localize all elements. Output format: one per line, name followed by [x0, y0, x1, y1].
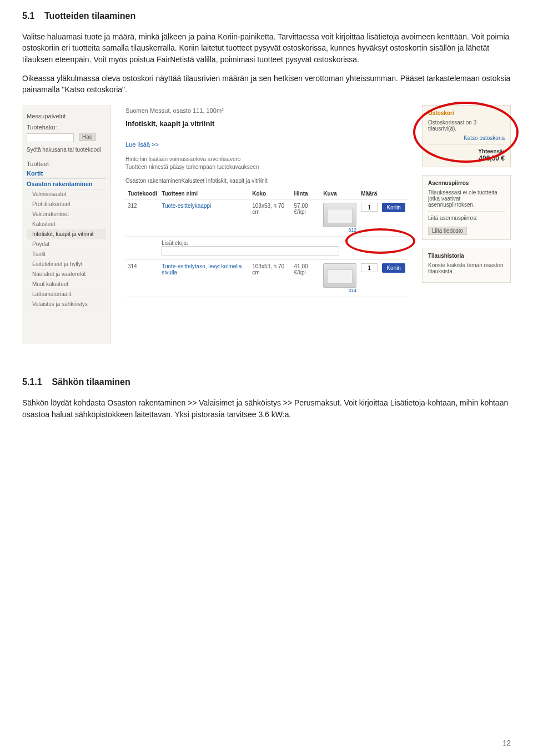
- product-thumb-icon: [323, 203, 356, 227]
- sidebar-item-profiilirakenteet[interactable]: Profiilirakenteet: [27, 199, 106, 209]
- section-5-1-paragraph-1: Valitse haluamasi tuote ja määrä, minkä …: [22, 31, 511, 65]
- price-note: Hintoihin lisätään voimassaoleva arvonli…: [125, 156, 408, 171]
- product-table: Tuotekoodi Tuotteen nimi Koko Hinta Kuva…: [125, 188, 408, 297]
- hist-text: Kooste kaikista tämän osaston tilauksist…: [428, 262, 505, 274]
- section-5-1-1-paragraph: Sähkön löydät kohdasta Osaston rakentami…: [22, 397, 511, 420]
- section-5-1-heading: 5.1 Tuotteiden tilaaminen: [22, 11, 511, 21]
- sidebar-item-esitetelineet[interactable]: Esitetelineet ja hyllyt: [27, 259, 106, 269]
- category-title: Infotiskit, kaapit ja vitriinit: [125, 119, 408, 128]
- cell-koodi: 312: [125, 199, 159, 237]
- note-name-link: Tuotteen nimestä pääsy tarkempaan tuotek…: [125, 163, 408, 171]
- view-cart-link[interactable]: Katso ostoskoria: [428, 135, 505, 141]
- add-to-cart-button[interactable]: Koriin: [382, 263, 405, 273]
- sidebar-item-vakiorakenteet[interactable]: Vakiorakenteet: [27, 209, 106, 219]
- table-row: 312 Tuote-esittelykaappi 103x53, h 70 cm…: [125, 199, 408, 237]
- col-hinta: Hinta: [292, 188, 321, 199]
- ostoskori-lines: Ostoskorissasi on 3 tilausrivi(ä).: [428, 119, 505, 132]
- sidebar-item-valmisosastot[interactable]: Valmisosastot: [27, 189, 106, 199]
- page-number: 12: [503, 739, 511, 747]
- asennus-liita-label: Liitä asennuspiirros:: [428, 215, 505, 221]
- sidebar-item-infotiskit[interactable]: Infotiskit, kaapit ja vitriinit: [27, 229, 106, 239]
- cell-hinta: 41,00 €/kpl: [292, 260, 321, 297]
- sidebar-item-poydat[interactable]: Pöydät: [27, 239, 106, 249]
- col-tuotekoodi: Tuotekoodi: [125, 188, 159, 199]
- cell-koko: 103x53, h 70 cm: [250, 260, 291, 297]
- section-number: 5.1: [22, 11, 34, 21]
- cell-kuva: 312: [321, 199, 359, 237]
- search-hint: Syötä hakusana tai tuotekoodi: [27, 147, 106, 153]
- asennus-text: Tilauksessasi ei ole tuotteita jotka vaa…: [428, 189, 505, 208]
- lisatietoja-label: Lisätietoja:: [162, 240, 188, 246]
- section-5-1-paragraph-2: Oikeassa yläkulmassa oleva ostoskori näy…: [22, 73, 511, 96]
- product-thumb-icon: [323, 263, 356, 288]
- embedded-screenshot: Messupalvelut Tuotehaku: Hae Syötä hakus…: [22, 105, 511, 344]
- search-button[interactable]: Hae: [79, 133, 95, 141]
- sidebar-tuotehaku-label: Tuotehaku:: [27, 124, 106, 131]
- cell-maara: [359, 260, 380, 297]
- attach-file-button[interactable]: Liitä tiedosto: [428, 227, 467, 235]
- product-listing: Suomen Messut, osasto 111, 100m² Infotis…: [122, 105, 411, 299]
- thumb-num: 314: [323, 288, 356, 293]
- hist-heading: Tilaushistoria: [428, 253, 505, 259]
- cell-hinta: 57,00 €/kpl: [292, 199, 321, 237]
- sidebar-item-lattiamateriaalit[interactable]: Lattiamateriaalit: [27, 289, 106, 299]
- cart-total-value: 406,50 €: [428, 154, 505, 162]
- sidebar-messupalvelut: Messupalvelut: [27, 113, 106, 119]
- cell-maara: [359, 199, 380, 237]
- stand-crumb: Suomen Messut, osasto 111, 100m²: [125, 107, 408, 114]
- sidebar-item-kortit[interactable]: Kortit: [27, 168, 106, 179]
- table-row: 314 Tuote-esittelytaso, levyt kolmella s…: [125, 260, 408, 297]
- qty-input[interactable]: [361, 203, 378, 212]
- sidebar-category-list: Kortit Osaston rakentaminen Valmisosasto…: [27, 168, 106, 309]
- note-vat: Hintoihin lisätään voimassaoleva arvonli…: [125, 156, 408, 163]
- col-kuva: Kuva: [321, 188, 359, 199]
- sidebar-item-naulakot[interactable]: Naulakot ja vaaterekit: [27, 269, 106, 279]
- sidebar-item-muut-kalusteet[interactable]: Muut kalusteet: [27, 279, 106, 289]
- sidebar-item-tuolit[interactable]: Tuolit: [27, 249, 106, 259]
- search-input[interactable]: [27, 133, 74, 142]
- sidebar: Messupalvelut Tuotehaku: Hae Syötä hakus…: [22, 105, 111, 344]
- lisatietoja-input[interactable]: [162, 246, 339, 256]
- thumb-num: 312: [323, 227, 356, 233]
- qty-input[interactable]: [361, 263, 378, 272]
- section-5-1-1-heading: 5.1.1 Sähkön tilaaminen: [22, 377, 511, 387]
- cart-total-label: Yhteensä:: [428, 148, 505, 154]
- add-to-cart-button[interactable]: Koriin: [382, 203, 405, 212]
- tilaushistoria-box: Tilaushistoria Kooste kaikista tämän osa…: [422, 248, 511, 283]
- cell-nimi[interactable]: Tuote-esittelytaso, levyt kolmella sivul…: [159, 260, 250, 297]
- cell-kuva: 314: [321, 260, 359, 297]
- section-title: Tuotteiden tilaaminen: [44, 11, 135, 21]
- right-column: Ostoskori Ostoskorissasi on 3 tilausrivi…: [422, 105, 511, 291]
- ostoskori-heading: Ostoskori: [428, 110, 505, 116]
- cell-nimi[interactable]: Tuote-esittelykaappi: [159, 199, 250, 237]
- section-title: Sähkön tilaaminen: [52, 377, 130, 387]
- asennuspiirros-box: Asennuspiirros Tilauksessasi ei ole tuot…: [422, 175, 511, 240]
- sidebar-tuotteet-label: Tuotteet: [27, 161, 106, 167]
- cell-koko: 103x53, h 70 cm: [250, 199, 291, 237]
- col-tuotteen-nimi: Tuotteen nimi: [159, 188, 250, 199]
- asennus-heading: Asennuspiirros: [428, 180, 505, 186]
- table-row-lisatietoja: Lisätietoja:: [125, 237, 408, 260]
- breadcrumb: Osaston rakentaminenKalusteet Infotiskit…: [125, 178, 408, 184]
- cell-koodi: 314: [125, 260, 159, 297]
- col-maara: Määrä: [359, 188, 380, 199]
- ostoskori-box: Ostoskori Ostoskorissasi on 3 tilausrivi…: [422, 105, 511, 167]
- sidebar-item-valaistus[interactable]: Valaistus ja sähköistys: [27, 299, 106, 309]
- section-number: 5.1.1: [22, 377, 42, 387]
- read-more-link[interactable]: Lue lisää >>: [125, 141, 159, 148]
- sidebar-item-kalusteet[interactable]: Kalusteet: [27, 219, 106, 229]
- sidebar-item-osaston-rakentaminen[interactable]: Osaston rakentaminen: [27, 179, 106, 189]
- col-koko: Koko: [250, 188, 291, 199]
